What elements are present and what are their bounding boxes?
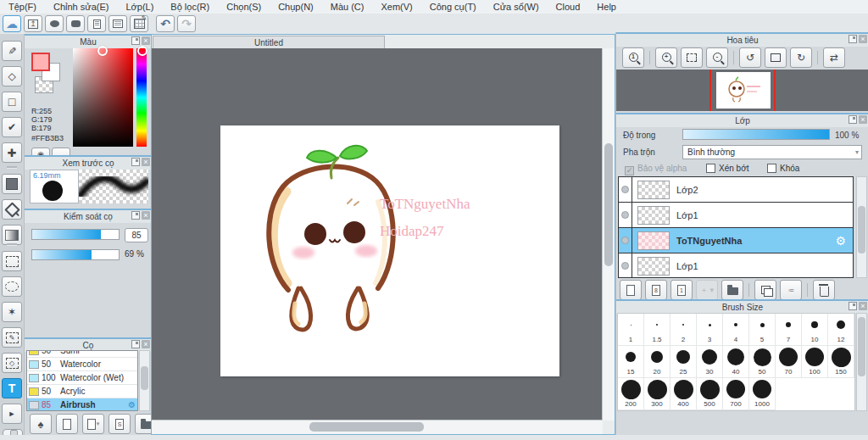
close-icon[interactable]: × <box>142 340 150 348</box>
canvas-viewport[interactable]: ToTNguyetNha Hoidap247 <box>152 48 603 421</box>
cloud-button[interactable]: ☁ <box>3 15 21 32</box>
hue-cursor[interactable] <box>137 46 147 56</box>
brush-size-50[interactable]: 50 <box>749 346 776 378</box>
brush-size-2[interactable]: 2 <box>670 314 697 346</box>
brush-size-700[interactable]: 700 <box>723 378 749 410</box>
brush-size-300[interactable]: 300 <box>644 378 670 410</box>
zoom-out-button[interactable]: - <box>706 47 728 68</box>
upload-button[interactable]: ↥ <box>24 15 42 32</box>
menu-item-9[interactable]: Công cụ(T) <box>421 0 485 14</box>
new-pixel-layer-button[interactable]: 1 <box>670 280 693 300</box>
brush-size-12[interactable]: 12 <box>828 314 854 346</box>
select-eraser-tool[interactable]: ◇ <box>2 353 22 373</box>
new-brush-from-button[interactable]: ▾ <box>82 414 104 434</box>
close-icon[interactable]: × <box>859 35 867 43</box>
layer-row-l-p1[interactable]: Lớp1 <box>619 203 853 228</box>
brush-size-4[interactable]: 4 <box>723 314 749 346</box>
close-icon[interactable]: × <box>142 158 150 166</box>
menu-item-11[interactable]: Cloud <box>548 0 589 14</box>
brush-size-10[interactable]: 10 <box>802 314 828 346</box>
brush-item-watercolor-wet-[interactable]: 100Watercolor (Wet) <box>27 371 137 385</box>
brush-cloud-button[interactable]: ♠ <box>30 414 52 434</box>
layer-row-totnguyetnha[interactable]: ToTNguyetNha⚙ <box>619 228 853 253</box>
redo-button[interactable]: ↷ <box>177 15 196 32</box>
popup-icon[interactable] <box>849 115 857 124</box>
bucket-tool[interactable] <box>2 199 22 220</box>
rotate-cw-button[interactable]: ↻ <box>790 47 812 68</box>
clip-layer-button[interactable]: ▫= <box>780 280 802 300</box>
brush-item-airbrush[interactable]: 85Airbrush⚙ <box>27 398 137 411</box>
fill-square-tool[interactable] <box>2 174 22 194</box>
brush-size-3[interactable]: 3 <box>697 314 723 346</box>
brush-size-150[interactable]: 150 <box>828 346 854 378</box>
lasso-select-tool[interactable] <box>2 276 22 297</box>
brush-size-slider[interactable] <box>31 229 120 240</box>
menu-item-1[interactable]: Tệp(F) <box>0 0 45 14</box>
popup-icon[interactable] <box>849 35 857 43</box>
duplicate-layer-button[interactable] <box>754 280 776 300</box>
layer-row-l-p1[interactable]: Lớp1 <box>619 253 853 278</box>
popup-icon[interactable] <box>849 302 857 310</box>
brush-tool[interactable]: ✎ <box>2 41 22 61</box>
brush-size-200[interactable]: 200 <box>618 378 644 410</box>
grid-pen-button[interactable] <box>130 15 148 32</box>
menu-item-5[interactable]: Chọn(S) <box>218 0 270 14</box>
close-icon[interactable]: × <box>859 302 867 310</box>
lock-checkbox[interactable]: Khóa <box>767 164 799 173</box>
brush-size-1[interactable]: 1 <box>618 314 644 346</box>
canvas-horizontal-scrollbar[interactable] <box>152 420 603 434</box>
undo-button[interactable]: ↶ <box>156 15 175 32</box>
brush-size-1.5[interactable]: 1.5 <box>644 314 670 346</box>
zoom-100-button[interactable]: 1 <box>622 47 644 68</box>
brush-size-5[interactable]: 5 <box>749 314 776 346</box>
shape-select-tool[interactable]: ► <box>2 404 22 424</box>
brush-set-button[interactable]: S <box>108 414 131 434</box>
saturation-value-square[interactable] <box>73 48 133 147</box>
menu-item-7[interactable]: Màu (C) <box>322 0 373 14</box>
brush-list-scrollbar[interactable] <box>139 350 150 411</box>
menu-item-6[interactable]: Chụp(N) <box>270 0 322 14</box>
menu-item-2[interactable]: Chỉnh sửa(E) <box>45 0 117 14</box>
brush-size-25[interactable]: 25 <box>670 346 697 378</box>
select-pen-tool[interactable]: ✎ <box>2 327 22 348</box>
rotate-reset-button[interactable] <box>765 47 787 68</box>
popup-icon[interactable] <box>131 340 140 348</box>
menu-item-8[interactable]: Xem(V) <box>372 0 420 14</box>
canvas-page[interactable]: ToTNguyetNha Hoidap247 <box>220 125 559 376</box>
canvas-tab[interactable]: Untitled <box>153 36 385 49</box>
polyline-tool[interactable]: ✔ <box>2 117 22 137</box>
new-brush-button[interactable] <box>56 414 78 434</box>
brush-size-100[interactable]: 100 <box>802 346 828 378</box>
popup-icon[interactable] <box>131 36 140 45</box>
close-icon[interactable]: × <box>142 36 150 45</box>
layer-visibility-cell[interactable] <box>619 253 632 278</box>
sv-cursor[interactable] <box>97 46 108 56</box>
eraser-tool[interactable]: ◇ <box>2 66 22 86</box>
comment-bubble-button[interactable] <box>45 15 64 32</box>
brush-size-scrollbar[interactable] <box>856 313 867 411</box>
clipping-checkbox[interactable]: Xén bớt <box>706 164 748 173</box>
new-layer-button[interactable] <box>620 280 642 300</box>
close-icon[interactable]: × <box>142 211 150 220</box>
flip-button[interactable]: ⇄ <box>823 47 845 68</box>
fit-view-button[interactable] <box>681 47 703 68</box>
brush-size-70[interactable]: 70 <box>776 346 802 378</box>
brush-size-7[interactable]: 7 <box>776 314 802 346</box>
menu-item-3[interactable]: Lớp(L) <box>117 0 162 14</box>
menu-item-10[interactable]: Cửa sổ(W) <box>485 0 548 14</box>
brush-size-500[interactable]: 500 <box>697 378 723 410</box>
popup-icon[interactable] <box>131 158 140 166</box>
blend-mode-select[interactable]: Bình thường ▾ <box>682 145 862 159</box>
brush-item-sumi[interactable]: 50Sumi <box>27 350 137 358</box>
canvas-vertical-scrollbar[interactable] <box>602 48 615 421</box>
text-tool[interactable]: T <box>2 378 22 398</box>
zoom-in-button[interactable]: + <box>655 47 677 68</box>
brush-size-40[interactable]: 40 <box>723 346 749 378</box>
gear-icon[interactable]: ⚙ <box>835 234 846 248</box>
layer-opacity-slider[interactable] <box>682 129 830 140</box>
layer-visibility-cell[interactable] <box>619 177 632 202</box>
menu-item-4[interactable]: Bộ lọc(R) <box>162 0 218 14</box>
message-box-button[interactable] <box>66 15 85 32</box>
brush-size-400[interactable]: 400 <box>670 378 697 410</box>
magic-wand-tool[interactable]: ✶ <box>2 302 22 322</box>
